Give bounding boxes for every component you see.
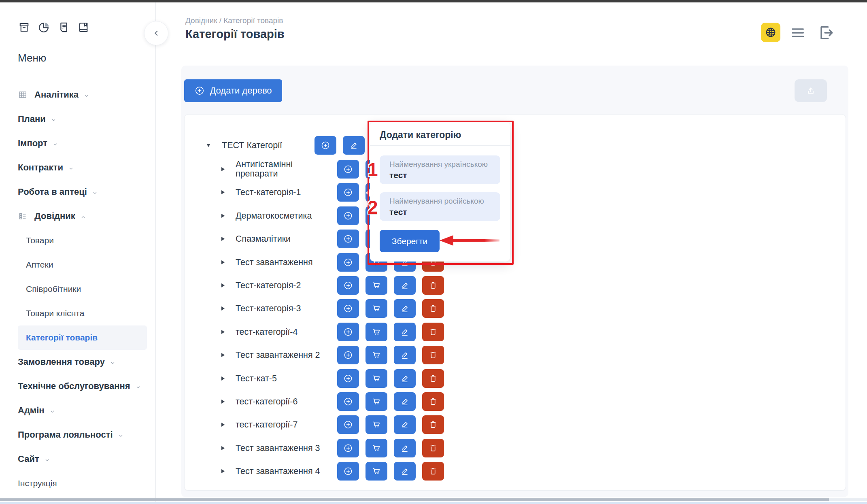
collapse-arrow-icon[interactable] (206, 144, 210, 147)
cart-button[interactable] (366, 462, 387, 481)
archive-icon[interactable] (18, 21, 30, 34)
save-button[interactable]: Зберегти (380, 230, 440, 252)
sidebar-item-admin[interactable]: Адмін (0, 398, 156, 423)
add-child-button[interactable] (337, 323, 359, 341)
sidebar-item-product-categories[interactable]: Категорії товарів (18, 325, 147, 350)
add-child-button[interactable] (314, 136, 336, 155)
delete-button[interactable] (422, 276, 444, 295)
sidebar-collapse-button[interactable] (144, 21, 168, 45)
add-child-button[interactable] (337, 253, 359, 272)
cart-button[interactable] (366, 276, 387, 295)
expand-arrow-icon[interactable] (221, 260, 225, 264)
sidebar-item-plans[interactable]: Плани (0, 107, 156, 131)
edit-button[interactable] (394, 415, 416, 434)
delete-button[interactable] (422, 299, 444, 318)
edit-icon (400, 374, 410, 383)
document-icon[interactable] (57, 21, 70, 34)
expand-arrow-icon[interactable] (221, 353, 225, 357)
edit-button[interactable] (394, 439, 416, 457)
delete-button[interactable] (422, 346, 444, 364)
expand-arrow-icon[interactable] (221, 446, 225, 450)
delete-button[interactable] (422, 439, 444, 457)
add-child-button[interactable] (337, 230, 359, 248)
horizontal-scrollbar-thumb[interactable] (0, 498, 829, 501)
sidebar-item-label: Програма лояльності (18, 430, 113, 440)
expand-arrow-icon[interactable] (221, 400, 225, 404)
cart-button[interactable] (366, 323, 387, 341)
menu-icon[interactable] (788, 26, 807, 40)
expand-arrow-icon[interactable] (221, 167, 225, 171)
export-button[interactable] (795, 79, 827, 102)
edit-button[interactable] (394, 346, 416, 364)
row-actions (337, 462, 444, 481)
add-icon (343, 350, 353, 360)
edit-icon (400, 420, 410, 430)
expand-arrow-icon[interactable] (221, 306, 225, 310)
cart-button[interactable] (366, 415, 387, 434)
edit-button[interactable] (394, 462, 416, 481)
edit-button[interactable] (343, 136, 365, 155)
expand-arrow-icon[interactable] (221, 376, 225, 381)
expand-arrow-icon[interactable] (221, 423, 225, 427)
edit-button[interactable] (394, 299, 416, 318)
sidebar-item-pharmacy-work[interactable]: Робота в аптеці (0, 180, 156, 204)
edit-icon (400, 327, 410, 337)
book-icon[interactable] (77, 21, 90, 34)
sidebar-item-product-order[interactable]: Замовлення товару (0, 350, 156, 374)
expand-arrow-icon[interactable] (221, 190, 225, 194)
delete-button[interactable] (422, 392, 444, 411)
edit-button[interactable] (394, 392, 416, 411)
expand-arrow-icon[interactable] (221, 237, 225, 241)
name-ru-input[interactable]: Найменування російською тест (380, 192, 500, 221)
add-child-button[interactable] (337, 462, 359, 481)
logout-icon[interactable] (816, 23, 835, 42)
add-child-button[interactable] (337, 346, 359, 364)
cart-button[interactable] (366, 369, 387, 388)
sidebar-item-pharmacies[interactable]: Аптеки (0, 253, 156, 277)
sidebar-item-client-products[interactable]: Товари клієнта (0, 301, 156, 325)
sidebar-item-maintenance[interactable]: Технічне обслуговування (0, 374, 156, 398)
add-child-button[interactable] (337, 299, 359, 318)
sidebar-item-products[interactable]: Товари (0, 228, 156, 253)
edit-button[interactable] (394, 276, 416, 295)
edit-button[interactable] (394, 323, 416, 341)
add-child-button[interactable] (337, 276, 359, 295)
sidebar-item-site[interactable]: Сайт (0, 447, 156, 471)
tree-node-label: Спазмалітики (236, 234, 329, 243)
add-child-button[interactable] (337, 439, 359, 457)
sidebar-item-import[interactable]: Імпорт (0, 131, 156, 155)
delete-button[interactable] (422, 415, 444, 434)
tree-row: Тест завантаження 3 (184, 436, 670, 459)
add-child-button[interactable] (337, 160, 359, 179)
sidebar-item-directory[interactable]: Довідник (0, 204, 156, 228)
add-child-button[interactable] (337, 369, 359, 388)
delete-button[interactable] (422, 462, 444, 481)
add-child-button[interactable] (337, 206, 359, 225)
sidebar-item-contracts[interactable]: Контракти (0, 155, 156, 180)
delete-button[interactable] (422, 369, 444, 388)
tree-row: тест-категорії-6 (184, 390, 670, 413)
sidebar-item-label: Аналітика (34, 89, 79, 100)
cart-button[interactable] (366, 299, 387, 318)
sidebar-item-loyalty-program[interactable]: Програма лояльності (0, 423, 156, 447)
add-child-button[interactable] (337, 415, 359, 434)
sidebar-item-employees[interactable]: Співробітники (0, 277, 156, 301)
expand-arrow-icon[interactable] (221, 283, 225, 287)
edit-button[interactable] (394, 369, 416, 388)
pie-chart-icon[interactable] (38, 21, 50, 34)
cart-button[interactable] (366, 346, 387, 364)
add-child-button[interactable] (337, 183, 359, 202)
sidebar-item-instruction[interactable]: Інструкція (0, 471, 156, 495)
sidebar-item-analytics[interactable]: Аналітика (0, 83, 156, 107)
expand-arrow-icon[interactable] (221, 214, 225, 218)
expand-arrow-icon[interactable] (221, 330, 225, 334)
expand-arrow-icon[interactable] (221, 469, 225, 473)
language-button[interactable] (761, 23, 780, 42)
cart-button[interactable] (366, 392, 387, 411)
delete-button[interactable] (422, 323, 444, 341)
add-child-button[interactable] (337, 392, 359, 411)
name-uk-input[interactable]: Найменування українською тест (380, 155, 500, 184)
edit-icon (400, 281, 410, 290)
add-tree-button[interactable]: Додати дерево (184, 79, 282, 102)
cart-button[interactable] (366, 439, 387, 457)
